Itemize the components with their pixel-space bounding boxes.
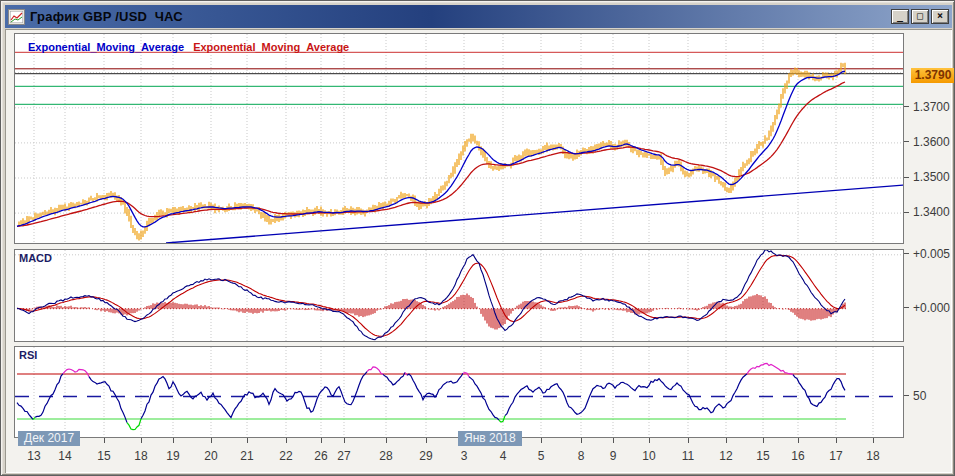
chart-window: График GBP /USD ЧАС _ □ × Exponential_Mo…	[0, 0, 955, 476]
date-label: 29	[419, 449, 432, 463]
date-axis-tick	[344, 438, 345, 443]
macd-axis-label: +0.005	[913, 247, 950, 261]
date-axis-tick	[386, 438, 387, 443]
price-axis-label: 1.3600	[913, 135, 950, 149]
window-title: График GBP /USD ЧАС	[30, 9, 183, 24]
date-label: 18	[866, 449, 879, 463]
date-label: 21	[240, 449, 253, 463]
chart-icon[interactable]	[8, 9, 25, 25]
chart-icon-glyph	[10, 11, 23, 23]
date-label: 15	[97, 449, 110, 463]
date-label: 28	[379, 449, 392, 463]
ema-fast-label: Exponential_Moving_Average	[28, 41, 184, 53]
date-label: 15	[756, 449, 769, 463]
date-label: 14	[58, 449, 71, 463]
date-label: 3	[461, 449, 468, 463]
close-button[interactable]: ×	[931, 9, 949, 24]
macd-axis-label: +0.000	[913, 301, 950, 315]
window-controls: _ □ ×	[891, 9, 949, 24]
price-chart-canvas[interactable]	[15, 34, 903, 243]
date-axis-tick	[426, 438, 427, 443]
month-badge: Дек 2017	[18, 431, 80, 446]
date-axis-tick	[211, 438, 212, 443]
rsi-axis-tick	[904, 395, 909, 396]
date-axis-tick	[286, 438, 287, 443]
date-axis-tick	[798, 438, 799, 443]
macd-axis-tick	[904, 307, 909, 308]
date-axis-tick	[104, 438, 105, 443]
indicator-legend: Exponential_Moving_Average Exponential_M…	[28, 41, 349, 53]
ema-slow-label: Exponential_Moving_Average	[193, 41, 349, 53]
date-label: 26	[314, 449, 327, 463]
price-axis-label: 1.3400	[913, 205, 950, 219]
macd-canvas[interactable]	[15, 250, 903, 341]
date-label: 13	[27, 449, 40, 463]
date-axis-tick	[836, 438, 837, 443]
date-axis-tick	[873, 438, 874, 443]
macd-label: MACD	[19, 252, 52, 264]
chart-client-area: Exponential_Moving_Average Exponential_M…	[5, 29, 952, 473]
maximize-button[interactable]: □	[911, 9, 929, 24]
date-label: 8	[578, 449, 585, 463]
rsi-label: RSI	[19, 349, 37, 361]
current-price-tag: 1.3790	[911, 68, 955, 83]
date-axis-tick	[541, 438, 542, 443]
macd-panel[interactable]: MACD	[14, 249, 904, 342]
price-axis-tick	[904, 212, 909, 213]
date-axis-tick	[321, 438, 322, 443]
minimize-button[interactable]: _	[891, 9, 909, 24]
date-label: 10	[642, 449, 655, 463]
date-axis-tick	[688, 438, 689, 443]
date-label: 18	[134, 449, 147, 463]
month-badge: Янв 2018	[458, 431, 522, 446]
date-label: 19	[166, 449, 179, 463]
date-axis-tick	[247, 438, 248, 443]
date-axis-tick	[141, 438, 142, 443]
date-label: 16	[791, 449, 804, 463]
price-axis-tick	[904, 177, 909, 178]
date-axis-tick	[763, 438, 764, 443]
rsi-canvas[interactable]	[15, 347, 903, 437]
date-label: 4	[500, 449, 507, 463]
date-axis-tick	[173, 438, 174, 443]
price-chart-panel[interactable]: Exponential_Moving_Average Exponential_M…	[14, 33, 904, 244]
price-axis-label: 1.3700	[913, 100, 950, 114]
date-label: 17	[829, 449, 842, 463]
price-axis-label: 1.3500	[913, 170, 950, 184]
rsi-panel[interactable]: RSI	[14, 346, 904, 438]
date-label: 27	[337, 449, 350, 463]
date-label: 20	[204, 449, 217, 463]
date-label: 12	[719, 449, 732, 463]
rsi-axis-label: 50	[913, 389, 926, 403]
price-axis-tick	[904, 106, 909, 107]
date-axis-tick	[613, 438, 614, 443]
date-axis-tick	[581, 438, 582, 443]
date-label: 5	[538, 449, 545, 463]
date-label: 22	[279, 449, 292, 463]
date-label: 9	[610, 449, 617, 463]
date-label: 11	[682, 449, 694, 463]
price-axis-tick	[904, 141, 909, 142]
date-axis-tick	[649, 438, 650, 443]
macd-axis-tick	[904, 253, 909, 254]
titlebar[interactable]: График GBP /USD ЧАС _ □ ×	[5, 5, 952, 28]
date-axis-tick	[726, 438, 727, 443]
